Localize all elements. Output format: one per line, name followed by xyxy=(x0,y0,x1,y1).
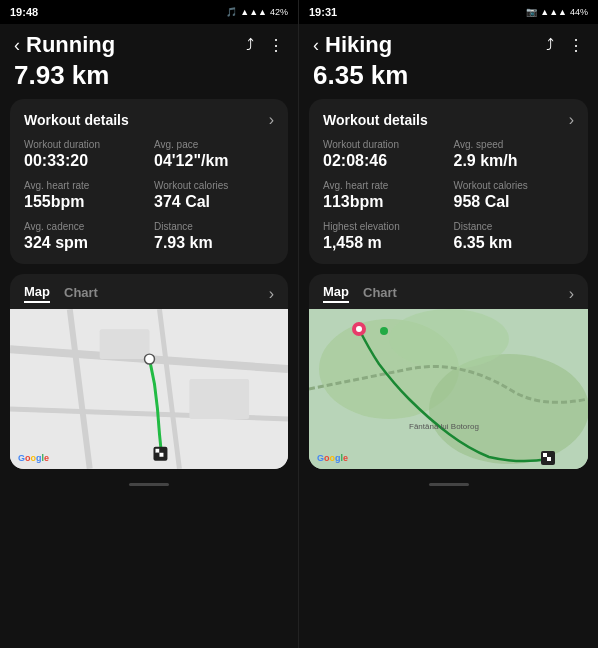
status-bar-running: 19:48 🎵 ▲▲▲ 42% xyxy=(0,0,298,24)
google-logo-running: Google xyxy=(18,453,49,463)
status-icons-hiking: 📷 ▲▲▲ 44% xyxy=(526,7,588,17)
stat-label-calories-running: Workout calories xyxy=(154,180,274,191)
workout-card-arrow-hiking: › xyxy=(569,111,574,129)
header-left-running: ‹ Running xyxy=(14,32,115,58)
stat-label-pace-running: Avg. pace xyxy=(154,139,274,150)
stat-value-heartrate-running: 155bpm xyxy=(24,193,144,211)
header-left-hiking: ‹ Hiking xyxy=(313,32,392,58)
map-tabs-hiking: Map Chart › xyxy=(309,274,588,309)
status-time-running: 19:48 xyxy=(10,6,38,18)
svg-rect-11 xyxy=(155,453,159,457)
more-icon-hiking[interactable]: ⋮ xyxy=(568,36,584,55)
stat-heartrate-running: Avg. heart rate 155bpm xyxy=(24,180,144,211)
stat-duration-hiking: Workout duration 02:08:46 xyxy=(323,139,444,170)
map-hiking[interactable]: Fântâna lui Botorog Google xyxy=(309,309,588,469)
svg-rect-21 xyxy=(543,453,547,457)
header-right-hiking: ⤴ ⋮ xyxy=(546,36,584,55)
workout-card-header-hiking[interactable]: Workout details › xyxy=(323,111,574,129)
svg-rect-22 xyxy=(547,453,551,457)
map-running[interactable]: Google xyxy=(10,309,288,469)
more-icon-running[interactable]: ⋮ xyxy=(268,36,284,55)
header-right-running: ⤴ ⋮ xyxy=(246,36,284,55)
bluetooth-icon: 🎵 xyxy=(226,7,237,17)
status-time-hiking: 19:31 xyxy=(309,6,337,18)
stat-value-elevation-hiking: 1,458 m xyxy=(323,234,444,252)
stat-value-speed-hiking: 2.9 km/h xyxy=(454,152,575,170)
hiking-panel: 19:31 📷 ▲▲▲ 44% ‹ Hiking ⤴ ⋮ 6.35 km Wor… xyxy=(299,0,598,648)
map-card-running: Map Chart › xyxy=(10,274,288,469)
bottom-divider-hiking xyxy=(429,483,469,486)
stat-label-calories-hiking: Workout calories xyxy=(454,180,575,191)
stat-value-calories-running: 374 Cal xyxy=(154,193,274,211)
running-panel: 19:48 🎵 ▲▲▲ 42% ‹ Running ⤴ ⋮ 7.93 km Wo… xyxy=(0,0,299,648)
stat-duration-running: Workout duration 00:33:20 xyxy=(24,139,144,170)
stat-label-cadence-running: Avg. cadence xyxy=(24,221,144,232)
stat-label-heartrate-running: Avg. heart rate xyxy=(24,180,144,191)
stat-value-cadence-running: 324 spm xyxy=(24,234,144,252)
tab-chart-hiking[interactable]: Chart xyxy=(363,285,397,302)
workout-card-title-hiking: Workout details xyxy=(323,112,428,128)
stat-heartrate-hiking: Avg. heart rate 113bpm xyxy=(323,180,444,211)
svg-point-18 xyxy=(356,326,362,332)
stat-label-heartrate-hiking: Avg. heart rate xyxy=(323,180,444,191)
stat-value-distance-running: 7.93 km xyxy=(154,234,274,252)
share-icon-running[interactable]: ⤴ xyxy=(246,36,254,54)
map-svg-hiking: Fântâna lui Botorog xyxy=(309,309,588,469)
stats-grid-running: Workout duration 00:33:20 Avg. pace 04'1… xyxy=(24,139,274,252)
workout-card-running: Workout details › Workout duration 00:33… xyxy=(10,99,288,264)
tab-map-hiking[interactable]: Map xyxy=(323,284,349,303)
stat-distance-hiking: Distance 6.35 km xyxy=(454,221,575,252)
map-tabs-left-hiking: Map Chart xyxy=(323,284,397,303)
svg-point-19 xyxy=(380,327,388,335)
stat-label-distance-running: Distance xyxy=(154,221,274,232)
workout-card-arrow-running: › xyxy=(269,111,274,129)
stat-label-duration-hiking: Workout duration xyxy=(323,139,444,150)
distance-running: 7.93 km xyxy=(0,60,298,99)
back-button-hiking[interactable]: ‹ xyxy=(313,35,319,56)
distance-hiking: 6.35 km xyxy=(299,60,598,99)
stat-value-heartrate-hiking: 113bpm xyxy=(323,193,444,211)
signal-icon: ▲▲▲ xyxy=(240,7,267,17)
stat-value-distance-hiking: 6.35 km xyxy=(454,234,575,252)
stat-value-duration-hiking: 02:08:46 xyxy=(323,152,444,170)
stat-value-duration-running: 00:33:20 xyxy=(24,152,144,170)
svg-rect-9 xyxy=(155,449,159,453)
status-icons-running: 🎵 ▲▲▲ 42% xyxy=(226,7,288,17)
map-svg-running xyxy=(10,309,288,469)
map-card-arrow-hiking: › xyxy=(569,285,574,303)
stat-cadence-running: Avg. cadence 324 spm xyxy=(24,221,144,252)
back-button-running[interactable]: ‹ xyxy=(14,35,20,56)
stat-label-elevation-hiking: Highest elevation xyxy=(323,221,444,232)
map-tabs-left-running: Map Chart xyxy=(24,284,98,303)
bottom-divider-running xyxy=(129,483,169,486)
stat-label-distance-hiking: Distance xyxy=(454,221,575,232)
share-icon-hiking[interactable]: ⤴ xyxy=(546,36,554,54)
stat-label-duration-running: Workout duration xyxy=(24,139,144,150)
map-card-arrow-running: › xyxy=(269,285,274,303)
tab-map-running[interactable]: Map xyxy=(24,284,50,303)
battery-running: 42% xyxy=(270,7,288,17)
stat-pace-running: Avg. pace 04'12"/km xyxy=(154,139,274,170)
svg-text:Fântâna lui Botorog: Fântâna lui Botorog xyxy=(409,422,479,431)
workout-card-title-running: Workout details xyxy=(24,112,129,128)
page-title-running: Running xyxy=(26,32,115,58)
svg-point-16 xyxy=(389,309,509,369)
workout-card-header-running[interactable]: Workout details › xyxy=(24,111,274,129)
stat-elevation-hiking: Highest elevation 1,458 m xyxy=(323,221,444,252)
svg-rect-23 xyxy=(543,457,547,461)
svg-point-7 xyxy=(145,354,155,364)
stat-value-calories-hiking: 958 Cal xyxy=(454,193,575,211)
svg-rect-12 xyxy=(159,453,163,457)
map-card-hiking: Map Chart › xyxy=(309,274,588,469)
stats-grid-hiking: Workout duration 02:08:46 Avg. speed 2.9… xyxy=(323,139,574,252)
workout-card-hiking: Workout details › Workout duration 02:08… xyxy=(309,99,588,264)
svg-rect-5 xyxy=(100,329,150,359)
header-running: ‹ Running ⤴ ⋮ xyxy=(0,24,298,60)
svg-point-15 xyxy=(429,354,588,464)
stat-label-speed-hiking: Avg. speed xyxy=(454,139,575,150)
map-tabs-running: Map Chart › xyxy=(10,274,288,309)
svg-rect-6 xyxy=(189,379,249,419)
tab-chart-running[interactable]: Chart xyxy=(64,285,98,302)
stat-calories-hiking: Workout calories 958 Cal xyxy=(454,180,575,211)
stat-distance-running: Distance 7.93 km xyxy=(154,221,274,252)
